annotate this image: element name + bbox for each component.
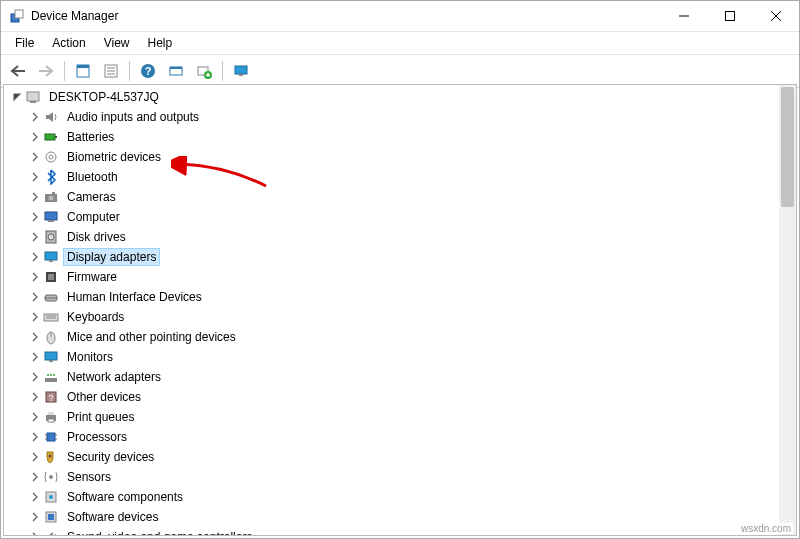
chevron-right-icon[interactable] — [28, 490, 42, 504]
tree-scrollbar[interactable] — [779, 85, 796, 535]
chevron-right-icon[interactable] — [28, 310, 42, 324]
tree-item-sound-video-and-game-controllers[interactable]: Sound, video and game controllers — [6, 527, 796, 536]
chevron-right-icon[interactable] — [28, 250, 42, 264]
tree-item-label: Batteries — [63, 128, 118, 146]
mouse-icon — [43, 329, 59, 345]
add-legacy-button[interactable] — [191, 58, 217, 84]
chevron-right-icon[interactable] — [28, 110, 42, 124]
tree-item-label: Computer — [63, 208, 124, 226]
tree-item-label: Print queues — [63, 408, 138, 426]
properties-button[interactable] — [98, 58, 124, 84]
close-button[interactable] — [753, 1, 799, 31]
app-icon — [9, 8, 25, 24]
tree-item-other-devices[interactable]: ?Other devices — [6, 387, 796, 407]
tree-item-firmware[interactable]: Firmware — [6, 267, 796, 287]
svg-rect-15 — [170, 67, 182, 69]
computer-icon — [25, 89, 41, 105]
scrollbar-thumb[interactable] — [781, 87, 794, 207]
tree-item-cameras[interactable]: Cameras — [6, 187, 796, 207]
svg-point-34 — [48, 234, 54, 240]
menu-action[interactable]: Action — [44, 34, 93, 52]
display-icon — [43, 249, 59, 265]
tree-item-label: Keyboards — [63, 308, 128, 326]
svg-rect-7 — [77, 65, 89, 68]
tree-item-computer[interactable]: Computer — [6, 207, 796, 227]
tree-item-label: Monitors — [63, 348, 117, 366]
chevron-right-icon[interactable] — [28, 330, 42, 344]
tree-item-security-devices[interactable]: Security devices — [6, 447, 796, 467]
tree-item-label: Software devices — [63, 508, 162, 526]
tree-item-bluetooth[interactable]: Bluetooth — [6, 167, 796, 187]
svg-point-63 — [49, 475, 53, 479]
chevron-right-icon[interactable] — [28, 230, 42, 244]
tree-item-software-components[interactable]: Software components — [6, 487, 796, 507]
tree-item-audio-inputs-and-outputs[interactable]: Audio inputs and outputs — [6, 107, 796, 127]
tree-item-sensors[interactable]: Sensors — [6, 467, 796, 487]
monitor-icon — [43, 349, 59, 365]
chevron-right-icon[interactable] — [28, 210, 42, 224]
tree-item-keyboards[interactable]: Keyboards — [6, 307, 796, 327]
scan-button[interactable] — [163, 58, 189, 84]
svg-point-26 — [46, 152, 56, 162]
security-icon — [43, 449, 59, 465]
tree-root-label: DESKTOP-4L537JQ — [45, 88, 163, 106]
tree-item-processors[interactable]: Processors — [6, 427, 796, 447]
show-hidden-button[interactable] — [70, 58, 96, 84]
chevron-right-icon[interactable] — [28, 510, 42, 524]
tree-item-print-queues[interactable]: Print queues — [6, 407, 796, 427]
tree-item-monitors[interactable]: Monitors — [6, 347, 796, 367]
tree-item-label: Mice and other pointing devices — [63, 328, 240, 346]
chevron-down-icon[interactable] — [10, 90, 24, 104]
svg-point-49 — [47, 374, 49, 376]
chevron-right-icon[interactable] — [28, 370, 42, 384]
tree-item-software-devices[interactable]: Software devices — [6, 507, 796, 527]
tree-item-human-interface-devices[interactable]: Human Interface Devices — [6, 287, 796, 307]
tree-item-display-adapters[interactable]: Display adapters — [6, 247, 796, 267]
chevron-right-icon[interactable] — [28, 290, 42, 304]
chevron-right-icon[interactable] — [28, 410, 42, 424]
chevron-right-icon[interactable] — [28, 170, 42, 184]
chevron-right-icon[interactable] — [28, 450, 42, 464]
sensor-icon — [43, 469, 59, 485]
tree-item-batteries[interactable]: Batteries — [6, 127, 796, 147]
tree-item-network-adapters[interactable]: Network adapters — [6, 367, 796, 387]
minimize-button[interactable] — [661, 1, 707, 31]
svg-rect-1 — [15, 10, 23, 18]
chevron-right-icon[interactable] — [28, 470, 42, 484]
tree-item-mice-and-other-pointing-devices[interactable]: Mice and other pointing devices — [6, 327, 796, 347]
hid-icon — [43, 289, 59, 305]
tree-item-disk-drives[interactable]: Disk drives — [6, 227, 796, 247]
printer-icon — [43, 409, 59, 425]
tree-item-biometric-devices[interactable]: Biometric devices — [6, 147, 796, 167]
back-button[interactable] — [5, 58, 31, 84]
camera-icon — [43, 189, 59, 205]
tree-item-label: Other devices — [63, 388, 145, 406]
chevron-right-icon[interactable] — [28, 530, 42, 536]
menu-view[interactable]: View — [96, 34, 138, 52]
help-button[interactable]: ? — [135, 58, 161, 84]
chevron-right-icon[interactable] — [28, 190, 42, 204]
svg-rect-31 — [45, 212, 57, 220]
firmware-icon — [43, 269, 59, 285]
maximize-button[interactable] — [707, 1, 753, 31]
chevron-right-icon[interactable] — [28, 130, 42, 144]
forward-button[interactable] — [33, 58, 59, 84]
svg-point-50 — [50, 374, 52, 376]
menu-file[interactable]: File — [7, 34, 42, 52]
tree-item-label: Biometric devices — [63, 148, 165, 166]
chevron-right-icon[interactable] — [28, 350, 42, 364]
chevron-right-icon[interactable] — [28, 430, 42, 444]
svg-rect-57 — [47, 433, 55, 441]
tree-item-label: Human Interface Devices — [63, 288, 206, 306]
tree-root[interactable]: DESKTOP-4L537JQ — [6, 87, 796, 107]
chevron-right-icon[interactable] — [28, 150, 42, 164]
cpu-icon — [43, 429, 59, 445]
chevron-right-icon[interactable] — [28, 270, 42, 284]
monitor-toolbar-button[interactable] — [228, 58, 254, 84]
device-tree[interactable]: DESKTOP-4L537JQAudio inputs and outputsB… — [3, 84, 797, 536]
menu-help[interactable]: Help — [140, 34, 181, 52]
tree-item-label: Cameras — [63, 188, 120, 206]
titlebar[interactable]: Device Manager — [1, 1, 799, 32]
chevron-right-icon[interactable] — [28, 390, 42, 404]
keyboard-icon — [43, 309, 59, 325]
